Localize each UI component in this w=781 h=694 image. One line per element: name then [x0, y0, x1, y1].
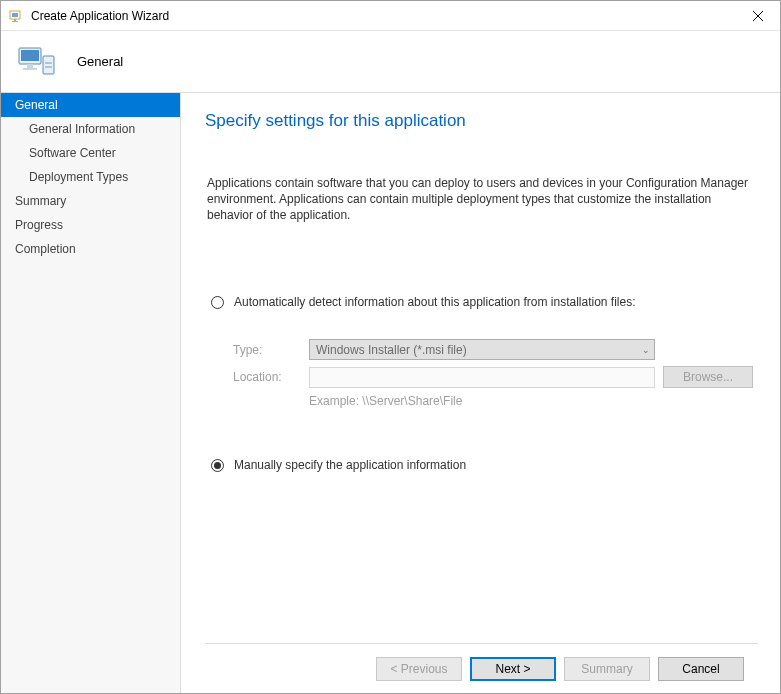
svg-rect-2 [14, 19, 16, 21]
radio-manual[interactable] [211, 459, 224, 472]
sidebar: General General Information Software Cen… [1, 93, 181, 693]
type-combo: Windows Installer (*.msi file) ⌄ [309, 339, 655, 360]
app-icon [9, 8, 25, 24]
svg-rect-1 [12, 13, 18, 17]
radio-auto-row[interactable]: Automatically detect information about t… [205, 295, 758, 309]
header-title: General [77, 54, 123, 69]
cancel-button[interactable]: Cancel [658, 657, 744, 681]
chevron-down-icon: ⌄ [642, 345, 650, 355]
auto-form: Type: Windows Installer (*.msi file) ⌄ L… [233, 339, 758, 408]
svg-rect-3 [12, 21, 18, 22]
spacer [205, 472, 758, 643]
sidebar-item-progress[interactable]: Progress [1, 213, 180, 237]
page-heading: Specify settings for this application [205, 111, 758, 131]
svg-rect-8 [43, 56, 54, 74]
svg-rect-5 [21, 50, 39, 61]
header: General [1, 31, 780, 93]
type-value: Windows Installer (*.msi file) [316, 343, 467, 357]
location-row: Location: Browse... [233, 366, 758, 388]
sidebar-item-software-center[interactable]: Software Center [1, 141, 180, 165]
svg-rect-6 [27, 64, 33, 68]
sidebar-item-completion[interactable]: Completion [1, 237, 180, 261]
next-button[interactable]: Next > [470, 657, 556, 681]
radio-auto[interactable] [211, 296, 224, 309]
body: General General Information Software Cen… [1, 93, 780, 693]
content: Specify settings for this application Ap… [181, 93, 780, 693]
sidebar-item-general[interactable]: General [1, 93, 180, 117]
summary-button: Summary [564, 657, 650, 681]
previous-button: < Previous [376, 657, 462, 681]
page-description: Applications contain software that you c… [205, 175, 758, 223]
svg-rect-10 [45, 66, 52, 68]
radio-manual-label: Manually specify the application informa… [234, 458, 466, 472]
footer: < Previous Next > Summary Cancel [205, 643, 758, 693]
sidebar-item-general-information[interactable]: General Information [1, 117, 180, 141]
header-computer-icon [17, 42, 57, 82]
titlebar: Create Application Wizard [1, 1, 780, 31]
type-label: Type: [233, 343, 309, 357]
svg-rect-9 [45, 62, 52, 64]
location-example: Example: \\Server\Share\File [309, 394, 758, 408]
type-row: Type: Windows Installer (*.msi file) ⌄ [233, 339, 758, 360]
titlebar-text: Create Application Wizard [31, 9, 735, 23]
wizard-window: Create Application Wizard General Genera… [0, 0, 781, 694]
close-button[interactable] [735, 1, 780, 30]
close-icon [753, 11, 763, 21]
svg-rect-7 [23, 68, 37, 70]
sidebar-item-summary[interactable]: Summary [1, 189, 180, 213]
location-label: Location: [233, 370, 309, 384]
sidebar-item-deployment-types[interactable]: Deployment Types [1, 165, 180, 189]
radio-auto-label: Automatically detect information about t… [234, 295, 636, 309]
location-input [309, 367, 655, 388]
browse-button: Browse... [663, 366, 753, 388]
radio-manual-row[interactable]: Manually specify the application informa… [205, 458, 758, 472]
